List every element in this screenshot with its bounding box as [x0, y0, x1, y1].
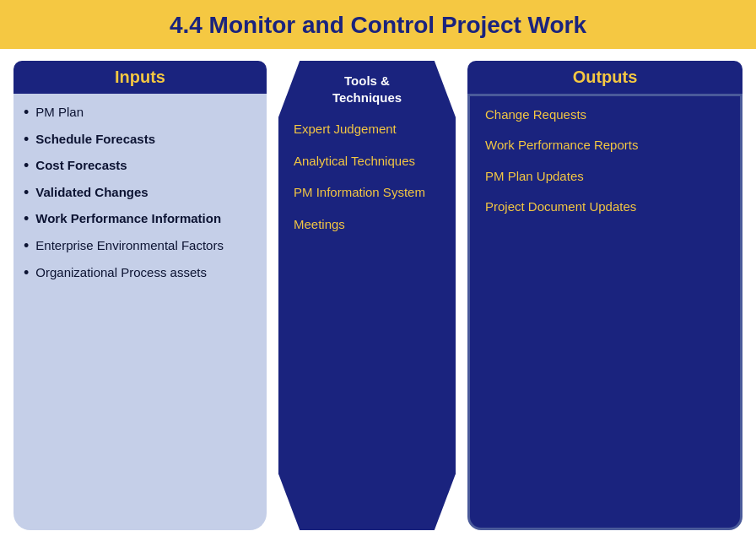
item-label: Work Performance Information — [35, 210, 221, 227]
item-label: Enterprise Environmental Factors — [35, 237, 224, 254]
item-label: Validated Changes — [35, 184, 148, 201]
list-item: PM Information System — [294, 184, 440, 201]
inputs-body: •PM Plan•Schedule Forecasts•Cost Forecas… — [14, 94, 267, 530]
item-label: PM Plan — [35, 104, 84, 121]
tools-title: Tools &Techniques — [332, 73, 402, 105]
bullet-icon: • — [24, 264, 29, 283]
inputs-title: Inputs — [115, 68, 165, 86]
list-item: Meetings — [294, 216, 440, 233]
list-item: •Cost Forecasts — [24, 157, 253, 176]
list-item: •Work Performance Information — [24, 210, 253, 229]
inputs-list: •PM Plan•Schedule Forecasts•Cost Forecas… — [24, 104, 253, 282]
list-item: •Enterprise Environmental Factors — [24, 237, 253, 256]
outputs-column: Outputs Change RequestsWork Performance … — [467, 61, 742, 530]
header-section: 4.4 Monitor and Control Project Work — [0, 0, 756, 49]
item-label: Cost Forecasts — [35, 157, 127, 174]
list-item: •Schedule Forecasts — [24, 131, 253, 149]
tools-column: Tools &Techniques Expert JudgementAnalyt… — [278, 61, 456, 530]
list-item: Change Requests — [485, 106, 725, 123]
bullet-icon: • — [24, 131, 29, 149]
main-content: Inputs •PM Plan•Schedule Forecasts•Cost … — [0, 49, 756, 542]
outputs-list: Change RequestsWork Performance ReportsP… — [485, 106, 725, 215]
list-item: Expert Judgement — [294, 121, 440, 138]
item-label: Schedule Forecasts — [35, 131, 155, 148]
list-item: Analytical Techniques — [294, 153, 440, 170]
bullet-icon: • — [24, 104, 29, 122]
inputs-column: Inputs •PM Plan•Schedule Forecasts•Cost … — [14, 61, 267, 530]
outputs-title: Outputs — [573, 68, 638, 86]
inputs-header: Inputs — [14, 61, 267, 94]
bullet-icon: • — [24, 157, 29, 176]
list-item: Work Performance Reports — [485, 137, 725, 154]
tools-shape: Tools &Techniques Expert JudgementAnalyt… — [278, 61, 456, 530]
page-wrapper: 4.4 Monitor and Control Project Work Inp… — [0, 0, 756, 542]
bullet-icon: • — [24, 184, 29, 203]
tools-header: Tools &Techniques — [294, 73, 440, 106]
outputs-body: Change RequestsWork Performance ReportsP… — [467, 94, 742, 530]
outputs-header: Outputs — [467, 61, 742, 94]
list-item: PM Plan Updates — [485, 168, 725, 185]
list-item: Project Document Updates — [485, 198, 725, 215]
item-label: Organizational Process assets — [35, 264, 207, 281]
list-item: •PM Plan — [24, 104, 253, 122]
list-item: •Organizational Process assets — [24, 264, 253, 283]
list-item: •Validated Changes — [24, 184, 253, 203]
bullet-icon: • — [24, 237, 29, 256]
page-title: 4.4 Monitor and Control Project Work — [170, 12, 586, 38]
bullet-icon: • — [24, 210, 29, 229]
tools-list: Expert JudgementAnalytical TechniquesPM … — [294, 121, 440, 518]
